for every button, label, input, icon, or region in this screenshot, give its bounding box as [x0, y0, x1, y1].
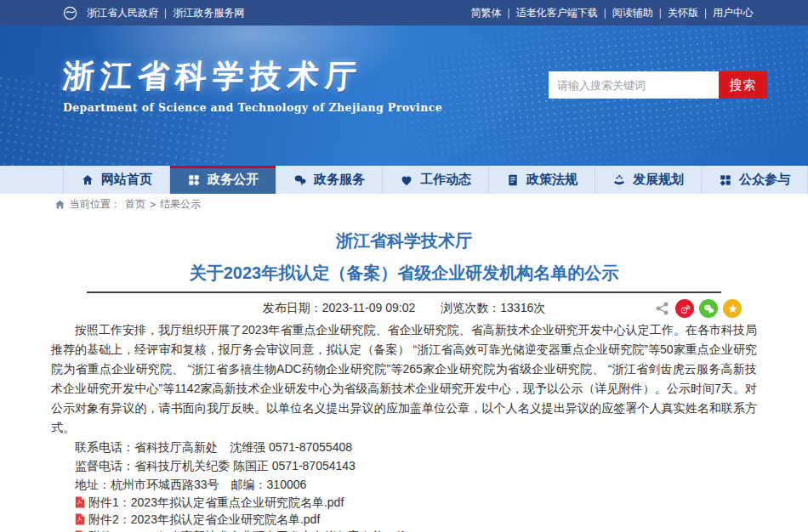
attachment-row: 附件1：2023年拟认定省重点企业研究院名单.pdf [51, 494, 757, 511]
link-care-version[interactable]: 关怀版 [668, 6, 698, 20]
separator: | [659, 7, 662, 19]
nav-item-development-plan[interactable]: 发展规划 [595, 166, 702, 194]
pdf-icon [75, 496, 85, 508]
breadcrumb-current: 结果公示 [160, 197, 201, 212]
breadcrumb-label: 当前位置： [70, 197, 121, 212]
home-icon [81, 173, 94, 187]
link-zhejiang-gov[interactable]: 浙江省人民政府 [87, 6, 158, 20]
article-title-line2: 关于2023年拟认定（备案）省级企业研发机构名单的公示 [51, 261, 757, 285]
nav-item-gov-service[interactable]: 政务服务 [276, 166, 383, 194]
link-reading-aid[interactable]: 阅读辅助 [612, 6, 653, 20]
article-title-line1: 浙江省科学技术厅 [51, 229, 757, 252]
nav-label: 政务服务 [314, 172, 365, 188]
chat-bubbles-icon [293, 173, 307, 187]
nav-item-policies[interactable]: 政策法规 [489, 166, 595, 194]
nav-item-public-participation[interactable]: 公众参与 [702, 166, 808, 194]
nav-label: 政务公开 [208, 172, 259, 188]
hand-with-sparkles-icon [612, 173, 626, 187]
nav-item-work-news[interactable]: 工作动态 [383, 166, 489, 194]
topbar-right: 简繁体 | 适老化客户端下载 | 阅读辅助 | 关怀版 | 用户中心 [471, 6, 754, 20]
view-count: 浏览次数：13316次 [441, 301, 545, 316]
wechat-icon[interactable] [699, 299, 718, 318]
article-content: 浙江省科学技术厅 关于2023年拟认定（备案）省级企业研发机构名单的公示 发布日… [0, 229, 808, 532]
contact-phone: 联系电话：省科技厅高新处 沈维强 0571-87055408 [51, 438, 757, 456]
share-bar [655, 299, 742, 318]
heart-icon [400, 173, 413, 187]
attachment-link-3[interactable]: 附件3：2023年省高新技术企业研究开发中心拟备案名单.pdf [88, 528, 403, 532]
participation-grid-icon [719, 173, 732, 187]
separator: | [704, 7, 707, 19]
publish-date: 发布日期：2023-11-09 09:02 [263, 301, 416, 316]
top-utility-bar: 浙江省人民政府 | 浙江政务服务网 简繁体 | 适老化客户端下载 | 阅读辅助 … [0, 0, 808, 25]
topbar-left: 浙江省人民政府 | 浙江政务服务网 [63, 6, 244, 20]
breadcrumb: 当前位置： 首页 > 结果公示 [0, 194, 808, 215]
article-meta: 发布日期：2023-11-09 09:02 浏览次数：13316次 [51, 298, 757, 319]
link-zhejiang-service[interactable]: 浙江政务服务网 [173, 6, 244, 20]
article-paragraph: 按照工作安排，我厅组织开展了2023年省重点企业研究院、省企业研究院、省高新技术… [51, 320, 757, 438]
breadcrumb-separator: > [150, 199, 156, 211]
attachment-link-1[interactable]: 附件1：2023年拟认定省重点企业研究院名单.pdf [88, 494, 344, 511]
share-nodes-icon[interactable] [655, 301, 670, 316]
site-search: 搜索 [549, 71, 767, 99]
nav-label: 发展规划 [633, 172, 684, 188]
pdf-icon [75, 513, 85, 525]
separator: | [508, 7, 510, 19]
attachment-row: 附件2：2023年拟认定省企业研究院名单.pdf [51, 511, 757, 528]
nav-item-home[interactable]: 网站首页 [63, 166, 170, 194]
nav-label: 政策法规 [526, 172, 578, 188]
weibo-icon[interactable] [675, 299, 694, 318]
nav-label: 网站首页 [101, 172, 152, 188]
search-input[interactable] [549, 71, 719, 99]
title-divider [87, 291, 721, 293]
attachment-link-2[interactable]: 附件2：2023年拟认定省企业研究院名单.pdf [88, 511, 320, 528]
nav-item-gov-open[interactable]: 政务公开 [170, 166, 276, 194]
address-line: 地址：杭州市环城西路33号 邮编：310006 [51, 475, 757, 494]
separator: | [604, 7, 606, 19]
site-banner: 浙江省科学技术厅 Department of Science and Techn… [0, 25, 808, 166]
document-icon [506, 173, 520, 187]
nav-label: 公众参与 [739, 172, 790, 188]
site-title: 浙江省科学技术厅 [61, 56, 443, 95]
separator: | [164, 7, 167, 19]
site-subtitle-english: Department of Science and Technology of … [63, 101, 442, 114]
nav-label: 工作动态 [420, 172, 471, 188]
link-simplified-traditional[interactable]: 简繁体 [471, 6, 502, 20]
breadcrumb-home-link[interactable]: 首页 [125, 197, 145, 212]
link-elderly-client-download[interactable]: 适老化客户端下载 [516, 6, 598, 20]
search-button[interactable]: 搜索 [719, 71, 767, 99]
site-brand: 浙江省科学技术厅 Department of Science and Techn… [63, 56, 442, 114]
main-navigation: 网站首页 政务公开 政务服务 工作动态 政策法规 发展规划 公众参与 [0, 166, 808, 194]
home-icon [54, 199, 65, 210]
zhejiang-gov-logo-icon [63, 6, 77, 20]
qzone-star-icon[interactable] [723, 299, 742, 318]
supervision-phone: 监督电话：省科技厅机关纪委 陈国正 0571-87054143 [51, 456, 757, 475]
open-gov-grid-icon [187, 173, 201, 187]
link-user-center[interactable]: 用户中心 [713, 6, 754, 20]
attachment-row: 附件3：2023年省高新技术企业研究开发中心拟备案名单.pdf [51, 528, 757, 532]
